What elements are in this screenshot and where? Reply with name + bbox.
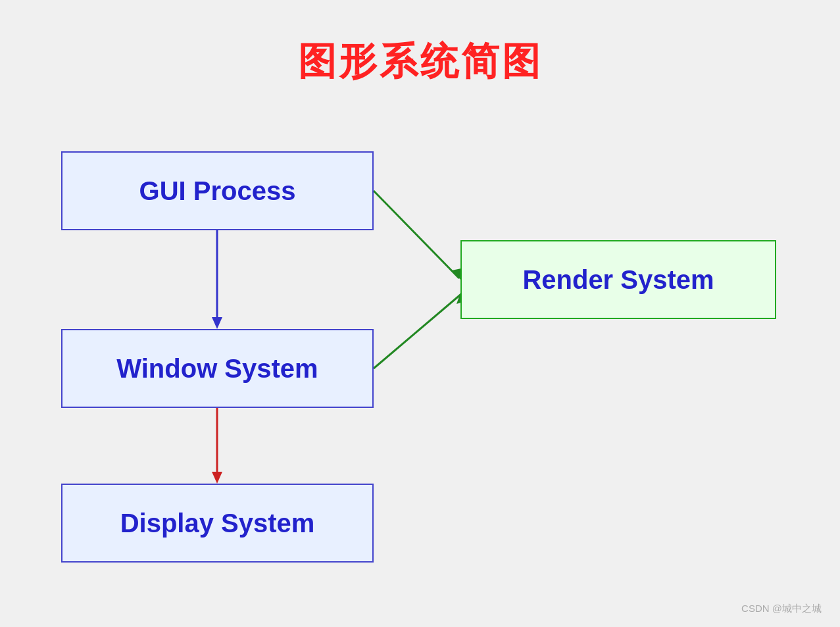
svg-marker-3 [212,472,222,484]
svg-line-4 [374,191,459,278]
display-system-box: Display System [61,484,374,563]
page-title: 图形系统简图 [0,0,840,88]
display-system-label: Display System [120,509,315,538]
render-system-box: Render System [460,240,776,319]
watermark: CSDN @城中之城 [741,603,822,615]
gui-process-label: GUI Process [139,176,296,206]
window-system-box: Window System [61,329,374,408]
svg-marker-5 [452,268,461,280]
svg-line-6 [374,294,461,368]
page-container: 图形系统简图 GUI Process Window [0,0,840,627]
render-system-label: Render System [522,265,714,295]
diagram-area: GUI Process Window System Display System… [0,112,840,625]
svg-marker-1 [212,317,222,329]
window-system-label: Window System [116,354,318,384]
gui-process-box: GUI Process [61,151,374,230]
